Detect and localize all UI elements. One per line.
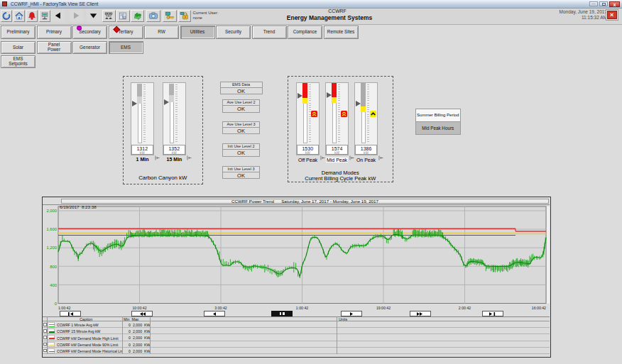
svg-text:3:00:42: 3:00:42 <box>214 306 227 310</box>
svg-text:6/19/2017 8:23:38: 6/19/2017 8:23:38 <box>60 204 97 209</box>
svg-text:2:00:42: 2:00:42 <box>459 306 471 310</box>
svg-text:1:00:42: 1:00:42 <box>58 306 70 310</box>
svg-text:10:00:42: 10:00:42 <box>132 306 146 310</box>
svg-text:19:00:42: 19:00:42 <box>376 306 391 310</box>
svg-text:1:00:42: 1:00:42 <box>296 306 308 310</box>
svg-text:1,600: 1,600 <box>46 227 57 231</box>
svg-text:400: 400 <box>50 282 57 287</box>
svg-text:1,200: 1,200 <box>46 246 57 250</box>
svg-text:2,000: 2,000 <box>46 209 57 213</box>
svg-text:16:00:42: 16:00:42 <box>532 306 546 310</box>
svg-text:800: 800 <box>50 264 57 268</box>
svg-text:0: 0 <box>55 301 57 305</box>
